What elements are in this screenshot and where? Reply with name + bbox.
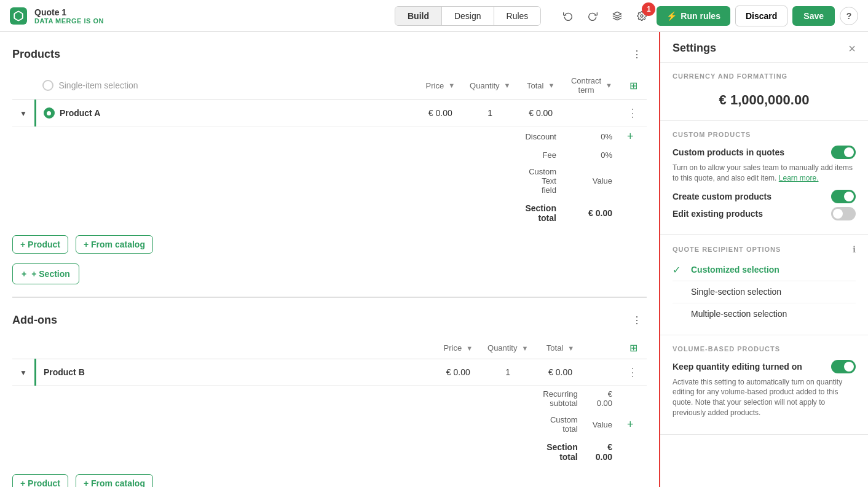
addons-title: Add-ons xyxy=(12,314,57,327)
currency-section: CURRENCY AND FORMATTING € 1,000,000.00 xyxy=(660,63,868,121)
settings-gear-button[interactable]: 1 xyxy=(632,6,652,26)
settings-header: Settings × xyxy=(660,32,868,63)
add-section-button-products[interactable]: + + Section xyxy=(12,263,79,284)
redo-button[interactable] xyxy=(583,6,602,26)
edit-existing-products-toggle[interactable] xyxy=(831,207,856,220)
products-section: Products ⋮ Single-item selection Price xyxy=(12,44,647,284)
addons-column-resize-icon[interactable]: ⊞ xyxy=(629,343,637,353)
customized-check-icon: ✓ xyxy=(673,264,685,276)
addons-section-header: Add-ons ⋮ xyxy=(12,310,647,330)
custom-products-toggle[interactable] xyxy=(831,146,856,159)
lightning-icon: ⚡ xyxy=(666,11,677,21)
add-addon-from-catalog-button[interactable]: + From catalog xyxy=(76,474,153,487)
volume-based-label: VOLUME-BASED PRODUCTS xyxy=(673,345,856,353)
custom-total-row: Custom total Value + xyxy=(12,411,647,437)
quote-recipient-section: QUOTE RECIPIENT OPTIONS ℹ ✓ Customized s… xyxy=(660,235,868,335)
price-filter-icon[interactable]: ▼ xyxy=(448,82,455,89)
single-item-radio[interactable] xyxy=(42,80,53,91)
custom-products-in-quotes-row: Custom products in quotes xyxy=(673,146,856,159)
settings-close-button[interactable]: × xyxy=(848,42,856,55)
svg-point-1 xyxy=(641,15,643,17)
tab-design[interactable]: Design xyxy=(442,7,494,25)
option-single-section[interactable]: ✓ Single-section selection xyxy=(673,281,856,303)
fee-row: Fee 0% xyxy=(12,147,647,163)
custom-products-section-label: CUSTOM PRODUCTS xyxy=(673,131,856,138)
add-addon-product-button[interactable]: + Product xyxy=(12,474,68,487)
products-table: Single-item selection Price ▼ Quantity ▼ xyxy=(12,71,647,228)
keep-quantity-toggle[interactable] xyxy=(831,360,856,373)
contract-term-filter-icon[interactable]: ▼ xyxy=(606,82,612,89)
add-discount-button[interactable]: + xyxy=(627,130,634,142)
option-multiple-section[interactable]: ✓ Multiple-section selection xyxy=(673,303,856,325)
settings-title: Settings xyxy=(673,42,716,55)
help-button[interactable]: ? xyxy=(840,7,858,25)
currency-display: € 1,000,000.00 xyxy=(673,87,856,111)
create-custom-products-row: Create custom products xyxy=(673,190,856,203)
price-column-header: Price ▼ xyxy=(426,81,456,90)
product-b-name-cell: Product B xyxy=(44,367,429,377)
create-custom-products-label: Create custom products xyxy=(673,192,771,201)
custom-products-in-quotes-label: Custom products in quotes xyxy=(673,147,784,157)
add-from-catalog-button[interactable]: + From catalog xyxy=(76,235,153,254)
topbar: Quote 1 DATA MERGE IS ON Build Design Ru… xyxy=(0,0,868,32)
addons-price-column-header: Price ▼ xyxy=(444,343,473,353)
custom-text-row: Custom Text field Value xyxy=(12,163,647,198)
product-b-collapse-icon[interactable]: ▼ xyxy=(20,368,27,377)
custom-products-desc: Turn on to allow your sales team to manu… xyxy=(673,163,856,184)
add-custom-total-button[interactable]: + xyxy=(627,418,634,431)
addons-qty-filter-icon[interactable]: ▼ xyxy=(521,345,528,352)
run-rules-button[interactable]: ⚡ Run rules xyxy=(657,6,730,26)
undo-button[interactable] xyxy=(558,6,578,26)
single-item-selection: Single-item selection xyxy=(42,80,411,91)
add-product-button[interactable]: + Product xyxy=(12,235,68,254)
product-b-row: ▼ Product B € 0.00 1 € 0.00 ⋮ xyxy=(12,359,647,386)
products-add-row: + Product + From catalog xyxy=(12,235,647,254)
quote-recipient-label: QUOTE RECIPIENT OPTIONS xyxy=(673,246,781,253)
keep-quantity-label: Keep quantity editing turned on xyxy=(673,362,802,372)
product-a-row: ▼ Product A € 0.00 1 € 0.00 ⋮ xyxy=(12,100,647,127)
column-resize-icon[interactable]: ⊞ xyxy=(629,80,637,91)
discount-row: Discount 0% + xyxy=(12,127,647,147)
qty-filter-icon[interactable]: ▼ xyxy=(504,82,511,89)
addons-table-header: Price ▼ Quantity ▼ Total ▼ xyxy=(12,337,647,359)
addons-total-filter-icon[interactable]: ▼ xyxy=(567,345,574,352)
products-section-total-row: Section total € 0.00 xyxy=(12,198,647,228)
content-area: Products ⋮ Single-item selection Price xyxy=(0,32,659,487)
customized-selection-label: Customized selection xyxy=(691,265,779,275)
section-divider xyxy=(12,297,647,298)
topbar-actions: 1 ⚡ Run rules Discard Save ? xyxy=(558,6,858,26)
learn-more-link[interactable]: Learn more. xyxy=(779,174,819,182)
product-b-options[interactable]: ⋮ xyxy=(620,359,647,386)
total-filter-icon[interactable]: ▼ xyxy=(548,82,554,89)
notification-badge: 1 xyxy=(642,2,655,16)
currency-section-label: CURRENCY AND FORMATTING xyxy=(673,72,856,80)
tab-rules[interactable]: Rules xyxy=(494,7,541,25)
product-a-options[interactable]: ⋮ xyxy=(620,100,647,127)
create-custom-products-toggle[interactable] xyxy=(831,190,856,203)
app-logo xyxy=(10,7,27,25)
products-more-options[interactable]: ⋮ xyxy=(627,44,647,64)
products-table-header: Single-item selection Price ▼ Quantity ▼ xyxy=(12,71,647,100)
total-column-header: Total ▼ xyxy=(525,81,556,90)
addons-qty-column-header: Quantity ▼ xyxy=(487,343,528,353)
single-section-label: Single-section selection xyxy=(691,287,781,297)
page-title: Quote 1 xyxy=(34,7,104,17)
products-title: Products xyxy=(12,48,60,61)
products-section-header: Products ⋮ xyxy=(12,44,647,64)
tab-build[interactable]: Build xyxy=(395,7,442,25)
discard-button[interactable]: Discard xyxy=(735,6,787,26)
view-tabs: Build Design Rules xyxy=(395,6,541,26)
product-a-radio[interactable] xyxy=(44,107,55,119)
data-merge-status: DATA MERGE IS ON xyxy=(34,17,104,25)
volume-based-section: VOLUME-BASED PRODUCTS Keep quantity edit… xyxy=(660,335,868,435)
product-a-name-cell: Product A xyxy=(44,107,411,119)
addons-more-options[interactable]: ⋮ xyxy=(627,310,647,330)
svg-marker-0 xyxy=(614,12,621,16)
addons-price-filter-icon[interactable]: ▼ xyxy=(466,345,473,352)
settings-panel: Settings × CURRENCY AND FORMATTING € 1,0… xyxy=(659,32,868,487)
layers-button[interactable] xyxy=(607,6,627,26)
option-customized-selection[interactable]: ✓ Customized selection xyxy=(673,259,856,281)
product-a-collapse-icon[interactable]: ▼ xyxy=(20,109,27,118)
keep-quantity-row: Keep quantity editing turned on xyxy=(673,360,856,373)
save-button[interactable]: Save xyxy=(792,6,835,26)
